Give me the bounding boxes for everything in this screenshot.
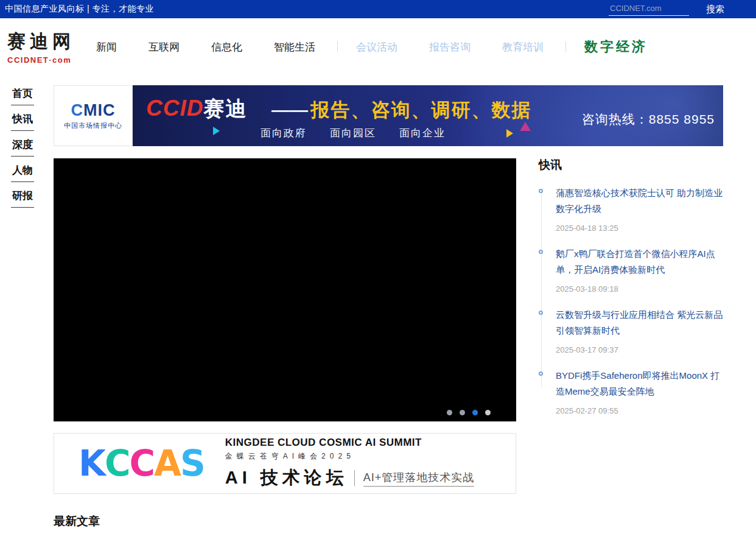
brand-ccid: CCID <box>146 96 203 121</box>
ad-subtitle-tag: AI+管理落地技术实战 <box>363 470 475 487</box>
nav-divider <box>565 41 566 52</box>
headline-text: 报告、咨询、调研、数据 <box>310 99 531 121</box>
top-bar: 中国信息产业风向标 | 专注，才能专业 搜索 <box>0 0 756 18</box>
kccas-ad-text: KINGDEE CLOUD COSMIC AI SUMMIT 金蝶云苍穹AI峰会… <box>225 437 475 490</box>
newsflash-panel: 快讯 蒲惠智造核心技术获院士认可 助力制造业数字化升级 2025-04-18 1… <box>539 157 723 429</box>
audience-parks: 面向园区 <box>330 126 376 140</box>
sidebar-item-research[interactable]: 研报 <box>11 188 47 208</box>
site-slogan: 中国信息产业风向标 | 专注，才能专业 <box>5 4 154 15</box>
ad-subtitle-main: AI 技术论坛 <box>225 466 348 490</box>
ccid-brand: CCID赛迪 <box>146 95 247 123</box>
cmic-logo-block: CMIC 中国市场情报中心 <box>54 85 133 146</box>
main-nav: 新闻 互联网 信息化 智能生活 会议活动 报告咨询 教育培训 数字经济 <box>96 38 648 56</box>
news-timestamp: 2025-02-27 09:55 <box>556 406 723 415</box>
list-item: 蒲惠智造核心技术获院士认可 助力制造业数字化升级 2025-04-18 13:2… <box>539 185 723 233</box>
ccid-banner-main: CCID赛迪 —— 报告、咨询、调研、数据 面向政府 面向园区 面向企业 咨询热… <box>133 85 723 146</box>
timeline-bullet-icon <box>539 250 543 254</box>
cmic-logo: CMIC <box>71 101 116 120</box>
news-timestamp: 2025-04-18 13:25 <box>556 223 723 233</box>
kccas-logo: KCCAS <box>79 443 205 484</box>
ad-title-cn: 金蝶云苍穹AI峰会2025 <box>225 451 475 462</box>
ad-subtitle-divider <box>354 470 355 486</box>
audience-enterprise: 面向企业 <box>399 126 446 140</box>
ad-subtitle-row: AI 技术论坛 AI+管理落地技术实战 <box>225 466 475 490</box>
list-item: BYDFi携手Safeheron即将推出MoonX 打造Meme交易最安全阵地 … <box>539 368 723 415</box>
nav-item-conferences[interactable]: 会议活动 <box>356 40 397 54</box>
topbar-search-area: 搜索 <box>609 2 724 16</box>
nav-item-smart-life[interactable]: 智能生活 <box>274 40 315 54</box>
list-item: 云数智升级与行业应用相结合 紫光云新品引领智算新时代 2025-03-17 09… <box>539 307 723 354</box>
nav-divider <box>337 41 338 52</box>
news-link[interactable]: 蒲惠智造核心技术获院士认可 助力制造业数字化升级 <box>556 185 723 217</box>
headline-dash: —— <box>271 100 308 120</box>
nav-item-internet[interactable]: 互联网 <box>149 40 180 54</box>
news-timestamp: 2025-03-17 09:37 <box>556 345 723 354</box>
newsflash-list: 蒲惠智造核心技术获院士认可 助力制造业数字化升级 2025-04-18 13:2… <box>539 185 723 415</box>
hero-video-player[interactable] <box>54 158 516 421</box>
news-link[interactable]: 鹅厂x鸭厂联合打造首个微信小程序AI点单，开启AI消费体验新时代 <box>556 246 723 278</box>
site-header: 赛迪网 CCIDNET·com 新闻 互联网 信息化 智能生活 会议活动 报告咨… <box>0 18 756 76</box>
logo-title: 赛迪网 <box>7 29 75 54</box>
banner-hotline: 咨询热线：8855 8955 <box>582 111 715 128</box>
news-timestamp: 2025-03-18 09:18 <box>556 284 723 294</box>
sidebar-item-flash[interactable]: 快讯 <box>11 111 47 131</box>
carousel-dot[interactable] <box>447 410 452 415</box>
sidebar-item-people[interactable]: 人物 <box>11 162 47 182</box>
audience-government: 面向政府 <box>261 126 307 140</box>
carousel-dot[interactable] <box>460 410 465 415</box>
site-logo[interactable]: 赛迪网 CCIDNET·com <box>7 29 75 65</box>
carousel-dot[interactable] <box>485 410 491 415</box>
carousel-dots <box>447 410 491 415</box>
triangle-magenta-icon <box>520 122 531 131</box>
nav-item-education[interactable]: 教育培训 <box>502 40 544 54</box>
search-input[interactable] <box>609 2 689 16</box>
side-nav: 首页 快讯 深度 人物 研报 <box>11 85 47 213</box>
brand-saidi: 赛迪 <box>203 97 247 120</box>
news-link[interactable]: BYDFi携手Safeheron即将推出MoonX 打造Meme交易最安全阵地 <box>556 368 723 399</box>
timeline-bullet-icon <box>539 189 543 193</box>
banner-audiences: 面向政府 面向园区 面向企业 <box>261 126 446 140</box>
newsflash-title: 快讯 <box>539 157 723 173</box>
sidebar-item-depth[interactable]: 深度 <box>11 136 47 157</box>
cmic-subtitle: 中国市场情报中心 <box>64 121 122 130</box>
nav-item-digital-economy[interactable]: 数字经济 <box>584 38 648 56</box>
nav-item-report-consulting[interactable]: 报告咨询 <box>429 40 471 54</box>
timeline-bullet-icon <box>539 371 543 376</box>
carousel-dot[interactable] <box>472 410 478 415</box>
timeline-bullet-icon <box>539 311 543 315</box>
triangle-cyan-icon <box>213 127 220 135</box>
ccid-ad-banner[interactable]: CMIC 中国市场情报中心 CCID赛迪 —— 报告、咨询、调研、数据 面向政府… <box>54 85 723 146</box>
banner-headline: —— 报告、咨询、调研、数据 <box>271 97 531 123</box>
latest-articles-title: 最新文章 <box>54 513 100 529</box>
kccas-ad-banner[interactable]: KCCAS KINGDEE CLOUD COSMIC AI SUMMIT 金蝶云… <box>54 433 516 494</box>
ad-title-en: KINGDEE CLOUD COSMIC AI SUMMIT <box>225 437 475 449</box>
nav-item-news[interactable]: 新闻 <box>96 40 117 54</box>
sidebar-item-home[interactable]: 首页 <box>11 85 47 105</box>
news-link[interactable]: 云数智升级与行业应用相结合 紫光云新品引领智算新时代 <box>556 307 723 339</box>
search-button[interactable]: 搜索 <box>706 4 724 15</box>
list-item: 鹅厂x鸭厂联合打造首个微信小程序AI点单，开启AI消费体验新时代 2025-03… <box>539 246 723 294</box>
logo-subtitle: CCIDNET·com <box>7 55 75 65</box>
triangle-yellow-icon <box>506 129 513 138</box>
nav-item-informatization[interactable]: 信息化 <box>211 40 242 54</box>
